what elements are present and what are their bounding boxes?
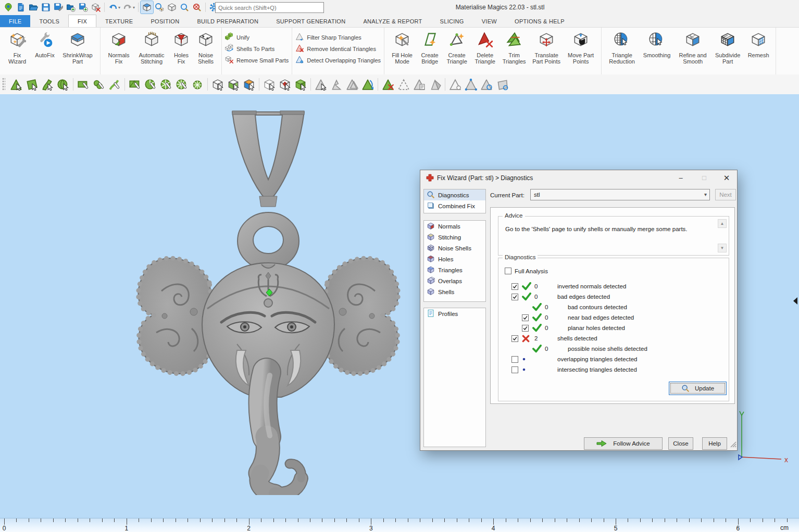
select-cube-gem-icon[interactable]: [278, 77, 292, 92]
mark-pie-icon[interactable]: [143, 77, 158, 92]
next-button[interactable]: Next: [715, 189, 736, 200]
remove-identical-triangles-button[interactable]: Remove Identical Triangles: [295, 43, 381, 55]
triangle-ring-icon[interactable]: [479, 77, 494, 92]
select-cube-dark-icon[interactable]: [293, 77, 308, 92]
subdivide-part-button[interactable]: Subdivide Part: [713, 29, 743, 65]
tab-file[interactable]: FILE: [0, 15, 30, 28]
minimize-button[interactable]: –: [670, 170, 691, 185]
checkbox-inverted-normals-detected[interactable]: [511, 283, 518, 290]
mark-curve-icon[interactable]: [107, 77, 122, 92]
quad-ring-icon[interactable]: [495, 77, 509, 92]
select-planes-icon[interactable]: [24, 77, 39, 92]
unload-part-icon[interactable]: [90, 1, 102, 14]
viewport-edge-handle[interactable]: [793, 297, 798, 307]
wizard-page-profiles[interactable]: Profiles: [424, 308, 485, 319]
triangle-arrows-icon[interactable]: [360, 77, 375, 92]
magics-logo-icon[interactable]: [2, 1, 15, 14]
fix-wizard-button[interactable]: Fix Wizard: [5, 29, 30, 65]
tab-position[interactable]: POSITION: [142, 15, 188, 28]
triangle-dots-icon[interactable]: [464, 77, 478, 92]
select-surfaces-icon[interactable]: [40, 77, 55, 92]
undo-icon[interactable]: [107, 1, 119, 14]
save-icon[interactable]: [40, 1, 52, 14]
checkbox-intersecting-triangles-detected[interactable]: [511, 366, 518, 373]
mark-rectangle-icon[interactable]: [76, 77, 91, 92]
close-button[interactable]: Close: [668, 437, 693, 450]
create-bridge-button[interactable]: Create Bridge: [418, 29, 441, 65]
select-cube-color-icon[interactable]: [242, 77, 256, 92]
fill-hole-mode-button[interactable]: Fill Hole Mode: [389, 29, 415, 65]
wizard-page-stitching[interactable]: Stitching: [424, 232, 485, 243]
triangle-fold-icon[interactable]: [428, 77, 442, 92]
search-input[interactable]: [215, 2, 324, 13]
save-as-icon[interactable]: [52, 1, 65, 14]
open-folder-icon[interactable]: [27, 1, 40, 14]
wizard-page-holes[interactable]: Holes: [424, 254, 485, 264]
view-cube-icon[interactable]: [166, 1, 178, 14]
tab-fix[interactable]: FIX: [68, 15, 96, 28]
triangle-bend-icon[interactable]: [329, 77, 344, 92]
holes-fix-button[interactable]: Holes Fix: [171, 29, 192, 65]
translate-part-points-button[interactable]: Translate Part Points: [531, 29, 562, 65]
wizard-page-overlaps[interactable]: Overlaps: [424, 275, 485, 286]
wizard-page-diagnostics[interactable]: Diagnostics: [424, 189, 485, 200]
stl-model-ganesha-pendant[interactable]: [130, 99, 411, 497]
remove-small-parts-button[interactable]: Remove Small Parts: [225, 55, 289, 66]
move-part-points-button[interactable]: Move Part Points: [565, 29, 596, 65]
dialog-titlebar[interactable]: Fix Wizard (Part: stl) > Diagnostics – □…: [420, 170, 737, 186]
checkbox-shells-detected[interactable]: [511, 335, 518, 342]
fit-view-icon[interactable]: [141, 1, 153, 14]
triangle-node-icon[interactable]: [448, 77, 463, 92]
undo-dropdown-icon[interactable]: ▾: [118, 5, 120, 10]
current-part-select[interactable]: stl ▾: [530, 189, 710, 200]
remesh-button[interactable]: Remesh: [746, 29, 771, 58]
zoom-part-icon[interactable]: [153, 1, 166, 14]
checkbox-overlapping-triangles-detected[interactable]: [511, 356, 518, 363]
wizard-page-noise-shells[interactable]: Noise Shells: [424, 243, 485, 254]
scroll-up-icon[interactable]: ▲: [718, 219, 727, 228]
wizard-page-normals[interactable]: Normals: [424, 221, 485, 232]
mark-wheel-icon[interactable]: [174, 77, 189, 92]
select-triangles-icon[interactable]: [9, 77, 23, 92]
mark-window-icon[interactable]: [128, 77, 142, 92]
tab-tools[interactable]: TOOLS: [30, 15, 68, 28]
import-part-icon[interactable]: [65, 1, 77, 14]
wizard-page-combined-fix[interactable]: Combined Fix: [424, 200, 485, 211]
create-triangle-button[interactable]: Create Triangle: [444, 29, 469, 65]
normals-fix-button[interactable]: Normals Fix: [105, 29, 132, 65]
checkbox-bad-edges-detected[interactable]: [511, 294, 518, 300]
update-button[interactable]: Update: [669, 382, 727, 395]
shrinkwrap-part-button[interactable]: ShrinkWrap Part: [60, 29, 95, 65]
tab-options-help[interactable]: OPTIONS & HELP: [506, 15, 573, 28]
triangle-delete-icon[interactable]: [381, 77, 395, 92]
noise-shells-button[interactable]: Noise Shells: [195, 29, 217, 65]
tab-build-preparation[interactable]: BUILD PREPARATION: [188, 15, 267, 28]
triangle-info-icon[interactable]: [412, 77, 427, 92]
help-button[interactable]: Help: [702, 437, 727, 450]
triangle-pair-icon[interactable]: [345, 77, 359, 92]
wizard-page-shells[interactable]: Shells: [424, 286, 485, 297]
delete-triangle-button[interactable]: Delete Triangle: [472, 29, 497, 65]
tab-slicing[interactable]: SLICING: [431, 15, 473, 28]
select-cube-outline-icon[interactable]: [262, 77, 277, 92]
unify-button[interactable]: Unify: [225, 32, 289, 43]
follow-advice-button[interactable]: Follow Advice: [584, 437, 663, 450]
wizard-page-triangles[interactable]: Triangles: [424, 264, 485, 275]
zoom-out-icon[interactable]: [191, 1, 203, 14]
new-file-icon[interactable]: [15, 1, 27, 14]
export-part-icon[interactable]: [77, 1, 90, 14]
checkbox-planar-holes-detected[interactable]: [522, 325, 529, 332]
select-shells-icon[interactable]: [56, 77, 70, 92]
trim-triangles-button[interactable]: Trim Triangles: [501, 29, 528, 65]
scroll-down-icon[interactable]: ▼: [718, 244, 727, 252]
filter-sharp-triangles-button[interactable]: Filter Sharp Triangles: [295, 32, 381, 43]
mark-flower-icon[interactable]: [159, 77, 173, 92]
tab-support-generation[interactable]: SUPPORT GENERATION: [267, 15, 354, 28]
redo-dropdown-icon[interactable]: ▾: [133, 5, 135, 10]
tab-view[interactable]: VIEW: [473, 15, 506, 28]
triangle-reduction-button[interactable]: Triangle Reduction: [606, 29, 638, 65]
select-cube-green-icon[interactable]: [226, 77, 241, 92]
mark-wheel-small-icon[interactable]: [190, 77, 205, 92]
select-cube-white-icon[interactable]: [210, 77, 225, 92]
smoothing-button[interactable]: Smoothing: [641, 29, 673, 58]
